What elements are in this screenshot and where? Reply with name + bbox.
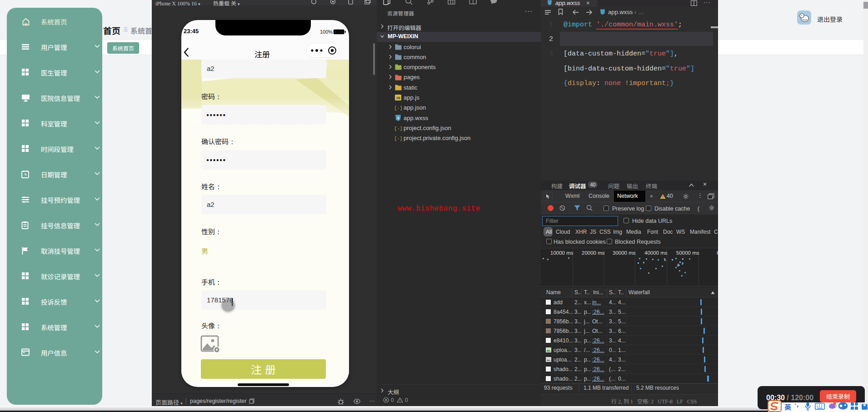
svg-text:{·}: {·} <box>395 136 402 141</box>
svg-text:{·}: {·} <box>395 126 402 131</box>
svg-text:3: 3 <box>397 116 399 120</box>
svg-text:{·}: {·} <box>395 106 402 111</box>
svg-text:JS: JS <box>396 96 400 100</box>
